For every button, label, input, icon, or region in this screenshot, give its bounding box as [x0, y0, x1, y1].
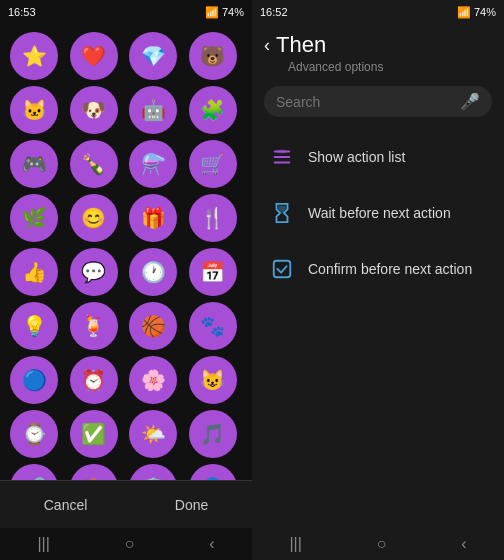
svg-rect-4 — [274, 261, 291, 278]
icon-chat[interactable]: 💬 — [70, 248, 118, 296]
left-panel: 16:53 📶 74% ⭐❤️💎🐻🐱🐶🤖🧩🎮🍾⚗️🛒🌿😊🎁🍴👍💬🕐📅💡🍹🏀🐾🔵⏰… — [0, 0, 252, 560]
search-bar: 🎤 — [264, 86, 492, 117]
icon-bulb[interactable]: 💡 — [10, 302, 58, 350]
header-subtitle: Advanced options — [288, 60, 492, 74]
battery-right: 📶 74% — [457, 6, 496, 19]
right-header: ‹ Then Advanced options — [252, 24, 504, 78]
icon-flask[interactable]: ⚗️ — [129, 140, 177, 188]
icon-diamond[interactable]: 💎 — [129, 32, 177, 80]
icon-thumbsup[interactable]: 👍 — [10, 248, 58, 296]
icon-bluetooth[interactable]: 🔵 — [10, 356, 58, 404]
nav-home-icon-right[interactable]: ○ — [377, 535, 387, 553]
bottom-bar: Cancel Done — [0, 480, 252, 528]
icon-basketball[interactable]: 🏀 — [129, 302, 177, 350]
icon-utensils[interactable]: 🍴 — [189, 194, 237, 242]
cancel-button[interactable]: Cancel — [24, 489, 108, 521]
status-bar-left: 16:53 📶 74% — [0, 0, 252, 24]
icon-hub[interactable]: 🔗 — [10, 464, 58, 480]
icon-check[interactable]: ✅ — [70, 410, 118, 458]
icon-calendar[interactable]: 📅 — [189, 248, 237, 296]
mic-icon[interactable]: 🎤 — [460, 92, 480, 111]
right-panel: 16:52 📶 74% ‹ Then Advanced options 🎤 Sh… — [252, 0, 504, 560]
icon-heart[interactable]: ❤️ — [70, 32, 118, 80]
nav-bar-right: ||| ○ ‹ — [252, 528, 504, 560]
wait-before-next-action-label: Wait before next action — [308, 205, 451, 221]
icon-cat[interactable]: 🐱 — [10, 86, 58, 134]
action-list: Show action list Wait before next action… — [252, 125, 504, 528]
done-button[interactable]: Done — [155, 489, 228, 521]
show-action-list-label: Show action list — [308, 149, 405, 165]
icon-music[interactable]: 🎵 — [189, 410, 237, 458]
icon-robot[interactable]: 🤖 — [129, 86, 177, 134]
icon-drink[interactable]: 🍹 — [70, 302, 118, 350]
icon-paw[interactable]: 🐾 — [189, 302, 237, 350]
nav-back-icon-right[interactable]: ‹ — [461, 535, 466, 553]
icon-clock[interactable]: 🕐 — [129, 248, 177, 296]
show-action-list-icon — [268, 143, 296, 171]
icon-smile[interactable]: 😊 — [70, 194, 118, 242]
action-item-wait-before-next-action[interactable]: Wait before next action — [252, 185, 504, 241]
confirm-before-next-action-icon — [268, 255, 296, 283]
icon-dog[interactable]: 🐶 — [70, 86, 118, 134]
time-left: 16:53 — [8, 6, 36, 18]
search-input[interactable] — [276, 94, 452, 110]
icon-puzzle[interactable]: 🧩 — [189, 86, 237, 134]
battery-left: 📶 74% — [205, 6, 244, 19]
icon-person[interactable]: 👤 — [189, 464, 237, 480]
nav-back-icon[interactable]: ‹ — [209, 535, 214, 553]
icon-alarm[interactable]: ⏰ — [70, 356, 118, 404]
page-title: Then — [276, 32, 326, 58]
icon-grid: ⭐❤️💎🐻🐱🐶🤖🧩🎮🍾⚗️🛒🌿😊🎁🍴👍💬🕐📅💡🍹🏀🐾🔵⏰🌸😺⌚✅🌤️🎵🔗🏠🛡️👤… — [0, 24, 252, 480]
icon-home2[interactable]: 🏠 — [70, 464, 118, 480]
back-button[interactable]: ‹ — [264, 35, 270, 56]
svg-rect-2 — [274, 162, 291, 164]
icon-cat2[interactable]: 😺 — [189, 356, 237, 404]
action-item-show-action-list[interactable]: Show action list — [252, 129, 504, 185]
icon-leaf[interactable]: 🌿 — [10, 194, 58, 242]
icon-shield[interactable]: 🛡️ — [129, 464, 177, 480]
nav-bar-left: ||| ○ ‹ — [0, 528, 252, 560]
nav-menu-icon-right[interactable]: ||| — [289, 535, 301, 553]
nav-home-icon[interactable]: ○ — [125, 535, 135, 553]
icon-sunny[interactable]: 🌤️ — [129, 410, 177, 458]
icon-gamepad[interactable]: 🎮 — [10, 140, 58, 188]
time-right: 16:52 — [260, 6, 288, 18]
icon-star[interactable]: ⭐ — [10, 32, 58, 80]
icon-cart[interactable]: 🛒 — [189, 140, 237, 188]
wait-before-next-action-icon — [268, 199, 296, 227]
status-bar-right: 16:52 📶 74% — [252, 0, 504, 24]
icon-bottle[interactable]: 🍾 — [70, 140, 118, 188]
nav-menu-icon[interactable]: ||| — [37, 535, 49, 553]
svg-rect-3 — [277, 150, 286, 154]
confirm-before-next-action-label: Confirm before next action — [308, 261, 472, 277]
icon-bear[interactable]: 🐻 — [189, 32, 237, 80]
svg-rect-1 — [274, 156, 291, 158]
icon-gift[interactable]: 🎁 — [129, 194, 177, 242]
icon-flower[interactable]: 🌸 — [129, 356, 177, 404]
action-item-confirm-before-next-action[interactable]: Confirm before next action — [252, 241, 504, 297]
icon-watch[interactable]: ⌚ — [10, 410, 58, 458]
